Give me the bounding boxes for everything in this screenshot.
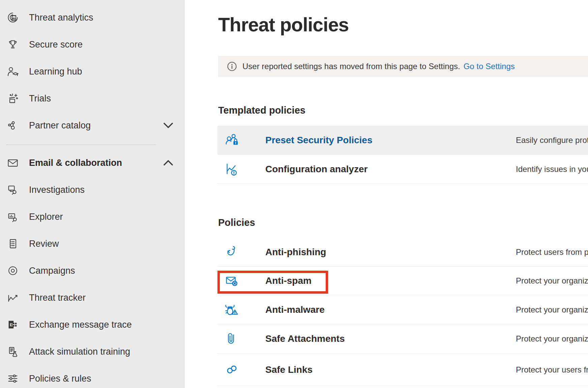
investigations-icon <box>7 184 19 196</box>
anti-malware-icon <box>224 302 240 318</box>
info-icon <box>227 61 237 71</box>
sidebar-item-label: Policies & rules <box>29 374 91 384</box>
row-description: Identify issues in you <box>516 165 588 174</box>
sidebar-item-label: Threat analytics <box>29 12 93 23</box>
sidebar-item-partner-catalog[interactable]: Partner catalog <box>0 112 185 139</box>
sidebar-item-label: Explorer <box>29 212 63 222</box>
sidebar-item-label: Trials <box>29 93 51 104</box>
go-to-settings-link[interactable]: Go to Settings <box>464 62 515 71</box>
sidebar-item-explorer[interactable]: Explorer <box>0 203 185 230</box>
explorer-icon <box>7 211 19 223</box>
sidebar-item-label: Review <box>29 239 59 249</box>
row-label: Anti-spam <box>265 275 312 286</box>
campaigns-icon <box>7 265 19 277</box>
main-content: Threat policies User reported settings h… <box>185 0 588 388</box>
partner-catalog-icon <box>7 119 19 131</box>
row-safe-links[interactable]: Safe Links Protect your users fr <box>217 354 588 386</box>
sidebar-item-exchange-message-trace[interactable]: E Exchange message trace <box>0 311 185 338</box>
svg-text:E: E <box>10 322 13 327</box>
row-description: Protect users from p <box>516 247 588 257</box>
sidebar-item-attack-simulation-training[interactable]: Attack simulation training <box>0 338 185 365</box>
row-configuration-analyzer[interactable]: Configuration analyzer Identify issues i… <box>217 155 588 184</box>
sidebar-item-threat-tracker[interactable]: Threat tracker <box>0 284 185 311</box>
secure-score-icon <box>7 38 19 51</box>
info-banner: User reported settings has moved from th… <box>218 56 588 77</box>
row-anti-malware[interactable]: Anti-malware Protect your organiz <box>217 295 588 324</box>
row-description: Protect your organiz <box>516 334 588 344</box>
sidebar-item-label: Partner catalog <box>29 120 91 131</box>
threat-analytics-icon <box>7 11 19 24</box>
sidebar-item-label: Investigations <box>29 185 85 195</box>
trials-icon <box>7 92 19 105</box>
safe-attachments-icon <box>224 331 240 347</box>
row-description: Protect your users fr <box>516 365 588 375</box>
threat-tracker-icon <box>7 292 19 304</box>
row-anti-phishing[interactable]: Anti-phishing Protect users from p <box>217 238 588 267</box>
row-description: Protect your organiz <box>516 305 588 315</box>
row-label: Configuration analyzer <box>265 164 368 175</box>
email-collaboration-icon <box>7 157 19 169</box>
sidebar-item-label: Exchange message trace <box>29 320 132 330</box>
sidebar-item-label: Threat tracker <box>29 293 86 303</box>
row-label: Safe Attachments <box>265 333 345 344</box>
row-anti-spam[interactable]: Anti-spam Protect your organiz <box>217 267 588 295</box>
safe-links-icon <box>224 362 240 378</box>
row-preset-security-policies[interactable]: Preset Security Policies Easily configur… <box>217 126 588 155</box>
sidebar-item-trials[interactable]: Trials <box>0 85 185 112</box>
sidebar-item-label: Secure score <box>29 39 83 50</box>
preset-security-policies-icon <box>224 132 240 148</box>
sidebar-item-label: Campaigns <box>29 266 75 276</box>
sidebar-item-threat-analytics[interactable]: Threat analytics <box>0 4 185 31</box>
sidebar-divider <box>6 145 156 145</box>
anti-spam-icon <box>224 273 240 289</box>
threat-policies-page: Threat analytics Secure score Learning h… <box>0 0 588 388</box>
review-icon <box>7 238 19 250</box>
row-label: Anti-phishing <box>265 247 326 258</box>
chevron-up-icon[interactable] <box>163 160 173 166</box>
sidebar-item-learning-hub[interactable]: Learning hub <box>0 58 185 85</box>
sidebar-item-email-collaboration[interactable]: Email & collaboration <box>0 149 185 176</box>
banner-text: User reported settings has moved from th… <box>242 62 460 71</box>
attack-simulation-training-icon <box>7 346 19 358</box>
row-label: Preset Security Policies <box>265 135 373 146</box>
page-title: Threat policies <box>218 13 349 36</box>
sidebar-item-investigations[interactable]: Investigations <box>0 176 185 203</box>
row-description: Easily configure prot <box>516 136 588 145</box>
sidebar-item-campaigns[interactable]: Campaigns <box>0 257 185 284</box>
chevron-down-icon[interactable] <box>163 122 173 128</box>
sidebar-item-label: Email & collaboration <box>29 158 122 168</box>
sidebar: Threat analytics Secure score Learning h… <box>0 0 185 388</box>
row-label: Safe Links <box>265 364 313 375</box>
row-description: Protect your organiz <box>516 276 588 286</box>
sidebar-item-label: Attack simulation training <box>29 347 130 357</box>
row-safe-attachments[interactable]: Safe Attachments Protect your organiz <box>217 324 588 354</box>
sidebar-item-secure-score[interactable]: Secure score <box>0 31 185 58</box>
sidebar-item-policies-rules[interactable]: Policies & rules <box>0 365 185 388</box>
policies-rules-icon <box>7 372 19 385</box>
sidebar-item-label: Learning hub <box>29 66 82 77</box>
exchange-message-trace-icon: E <box>7 319 19 331</box>
configuration-analyzer-icon <box>224 161 240 177</box>
policies-heading: Policies <box>218 217 255 228</box>
row-label: Anti-malware <box>265 304 325 315</box>
templated-policies-heading: Templated policies <box>218 105 305 116</box>
learning-hub-icon <box>7 65 19 78</box>
sidebar-item-review[interactable]: Review <box>0 230 185 257</box>
anti-phishing-icon <box>224 244 240 260</box>
